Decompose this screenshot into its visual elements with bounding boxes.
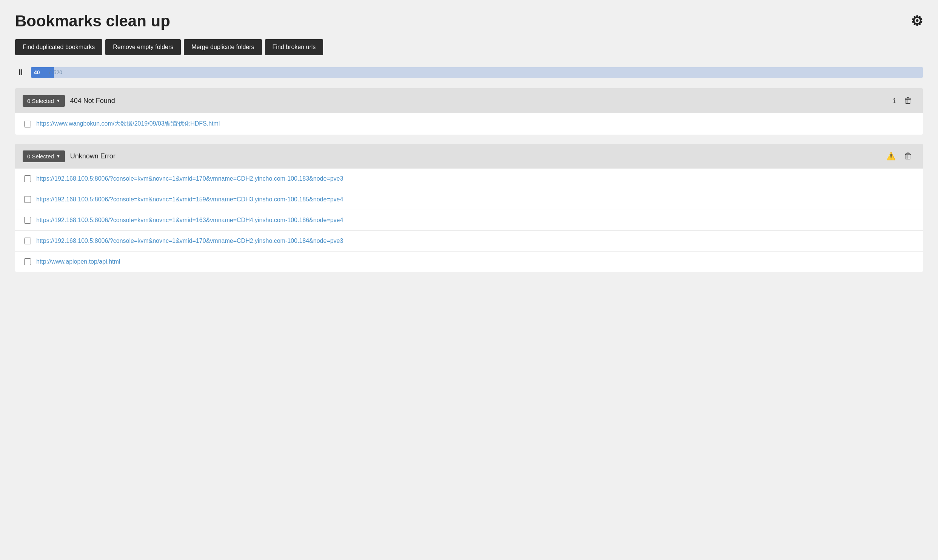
bookmark-link[interactable]: https://192.168.100.5:8006/?console=kvm&…	[36, 238, 343, 245]
pause-button[interactable]: ⏸	[15, 68, 26, 77]
section-404-header: 0 Selected ▼404 Not Foundℹ🗑	[15, 88, 923, 113]
bookmark-checkbox-1[interactable]	[24, 196, 31, 203]
section-unknown-label: Unknown Error	[70, 152, 881, 160]
list-item: https://192.168.100.5:8006/?console=kvm&…	[15, 210, 923, 231]
bookmark-link[interactable]: https://192.168.100.5:8006/?console=kvm&…	[36, 217, 343, 224]
bookmark-link[interactable]: https://192.168.100.5:8006/?console=kvm&…	[36, 196, 343, 203]
bookmark-link[interactable]: https://192.168.100.5:8006/?console=kvm&…	[36, 175, 343, 182]
section-404-label: 404 Not Found	[70, 97, 888, 105]
find-broken-button[interactable]: Find broken urls	[265, 39, 324, 55]
progress-row: ⏸ 40 /1520	[15, 67, 923, 78]
bookmark-checkbox-4[interactable]	[24, 258, 31, 265]
section-unknown-header: 0 Selected ▼Unknown Error⚠️🗑	[15, 144, 923, 169]
settings-icon[interactable]: ⚙	[911, 13, 923, 29]
bookmark-link[interactable]: http://www.apiopen.top/api.html	[36, 258, 120, 265]
find-duplicated-button[interactable]: Find duplicated bookmarks	[15, 39, 102, 55]
bookmark-checkbox-0[interactable]	[24, 121, 31, 128]
merge-duplicate-button[interactable]: Merge duplicate folders	[184, 39, 262, 55]
section-unknown-body: https://192.168.100.5:8006/?console=kvm&…	[15, 169, 923, 272]
warning-icon: ⚠️	[886, 152, 896, 161]
section-unknown-delete-button[interactable]: 🗑	[901, 150, 915, 163]
bookmark-checkbox-3[interactable]	[24, 238, 31, 245]
progress-current: 40	[34, 69, 40, 75]
list-item: https://192.168.100.5:8006/?console=kvm&…	[15, 231, 923, 252]
section-404-delete-button[interactable]: 🗑	[901, 94, 915, 107]
section-unknown-selected-dropdown[interactable]: 0 Selected ▼	[23, 151, 65, 162]
info-icon: ℹ	[893, 97, 896, 105]
list-item: https://192.168.100.5:8006/?console=kvm&…	[15, 189, 923, 210]
section-404-body: https://www.wangbokun.com/大数据/2019/09/03…	[15, 113, 923, 135]
bookmark-checkbox-0[interactable]	[24, 175, 31, 182]
page-title: Bookmarks clean up	[15, 12, 170, 30]
section-404-selected-dropdown[interactable]: 0 Selected ▼	[23, 95, 65, 107]
list-item: http://www.apiopen.top/api.html	[15, 252, 923, 272]
progress-bar: 40 /1520	[31, 67, 923, 78]
list-item: https://192.168.100.5:8006/?console=kvm&…	[15, 169, 923, 189]
list-item: https://www.wangbokun.com/大数据/2019/09/03…	[15, 113, 923, 135]
bookmark-checkbox-2[interactable]	[24, 217, 31, 224]
toolbar: Find duplicated bookmarksRemove empty fo…	[15, 39, 923, 55]
sections-container: 0 Selected ▼404 Not Foundℹ🗑https://www.w…	[15, 88, 923, 272]
section-unknown: 0 Selected ▼Unknown Error⚠️🗑https://192.…	[15, 144, 923, 272]
progress-total: /1520	[49, 69, 62, 75]
remove-empty-button[interactable]: Remove empty folders	[105, 39, 181, 55]
section-404: 0 Selected ▼404 Not Foundℹ🗑https://www.w…	[15, 88, 923, 135]
bookmark-link[interactable]: https://www.wangbokun.com/大数据/2019/09/03…	[36, 120, 220, 128]
